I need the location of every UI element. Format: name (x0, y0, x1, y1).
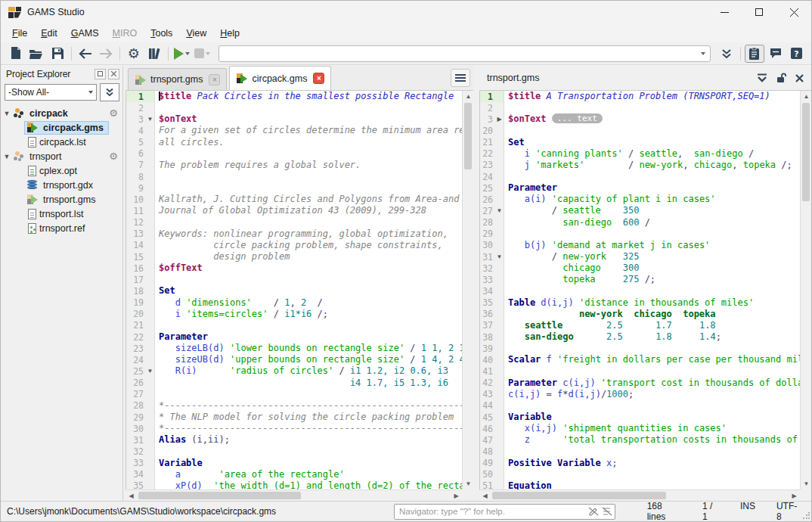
code-line[interactable] (508, 285, 800, 297)
horizontal-scrollbar[interactable]: ◀ ▶ (479, 489, 800, 501)
tab-list-menu-icon[interactable] (451, 69, 470, 87)
tree-item-circpack.lst[interactable]: circpack.lst (1, 135, 122, 149)
code-line[interactable]: a(i) 'capacity of plant i in cases' (508, 194, 800, 205)
vertical-scrollbar[interactable]: ▲ ▼ (462, 91, 473, 489)
scroll-down-arrow[interactable]: ▼ (801, 478, 812, 489)
scroll-down-arrow[interactable]: ▼ (463, 478, 474, 489)
tree-project-circpack[interactable]: ▼circpack⚙ (1, 106, 122, 120)
navigator-toggle-icon[interactable] (587, 505, 600, 517)
code-line[interactable]: topeka 275 /; (508, 274, 800, 285)
maximize-button[interactable] (742, 1, 776, 23)
code-line[interactable]: Parameter (159, 331, 462, 343)
code-line[interactable] (159, 446, 462, 457)
code-line[interactable] (159, 217, 462, 228)
code-line[interactable]: san-diego 2.5 1.8 1.4; (508, 331, 800, 343)
menu-tools[interactable]: Tools (144, 26, 179, 41)
code-line[interactable]: *---------------------------------------… (159, 423, 462, 434)
new-file-button[interactable] (6, 45, 26, 63)
code-line[interactable] (508, 125, 800, 136)
code-line[interactable]: Variable (508, 412, 800, 423)
code-line[interactable]: design problem (159, 251, 462, 263)
code-line[interactable]: $onText (159, 113, 462, 125)
code-line[interactable] (508, 446, 800, 457)
fold-marker-icon[interactable]: ▼ (146, 116, 154, 123)
fold-marker-icon[interactable]: ▼ (495, 207, 504, 214)
collapse-all-button[interactable] (100, 83, 119, 101)
code-line[interactable]: $onText ... text (508, 113, 800, 125)
close-view-icon[interactable] (795, 74, 804, 82)
expand-arrow-icon[interactable]: ▼ (1, 110, 13, 117)
save-button[interactable] (48, 45, 67, 63)
fold-marker-icon[interactable]: ▼ (146, 368, 154, 374)
scrollbar-thumb[interactable] (464, 103, 472, 169)
code-line[interactable]: / seattle 350 (508, 205, 800, 216)
menu-file[interactable]: File (5, 26, 34, 41)
code-line[interactable]: For a given set of circles determine the… (159, 125, 462, 136)
code-line[interactable] (508, 343, 800, 354)
expand-arrow-icon[interactable]: ▼ (1, 153, 13, 160)
run-button[interactable] (172, 48, 192, 60)
scrollbar-thumb[interactable] (802, 103, 810, 201)
code-line[interactable] (159, 274, 462, 285)
code-line[interactable]: $title A Transportation Problem (TRNSPOR… (508, 91, 800, 102)
vertical-scrollbar[interactable]: ▲ ▼ (800, 91, 811, 489)
code-line[interactable]: Kallrath, J. Cutting Circles and Polygon… (159, 194, 462, 205)
code-line[interactable]: chicago 300 (508, 263, 800, 274)
code-line[interactable]: b(j) 'demand at market j in cases' (508, 240, 800, 251)
scroll-right-arrow[interactable]: ▶ (451, 490, 462, 502)
code-line[interactable]: * The NLP model for solving the circle p… (159, 412, 462, 423)
back-button[interactable] (76, 45, 95, 63)
scrollbar-thumb[interactable] (138, 492, 301, 499)
code-area[interactable]: $title Pack Circles in the smallest poss… (155, 91, 462, 489)
tree-item-cplex.opt[interactable]: cplex.opt (1, 163, 122, 178)
open-file-button[interactable] (27, 45, 47, 63)
scroll-left-arrow[interactable]: ◀ (479, 490, 491, 502)
code-line[interactable] (508, 469, 800, 480)
code-line[interactable] (508, 171, 800, 182)
fold-marker-icon[interactable]: ▶ (495, 116, 504, 123)
collapsed-text-badge[interactable]: ... text (552, 113, 603, 123)
code-line[interactable] (508, 400, 800, 412)
show-log-button[interactable] (745, 45, 764, 63)
code-line[interactable] (508, 228, 800, 240)
code-line[interactable]: i4 1.7, i5 1.3, i6 (159, 378, 462, 389)
menu-gams[interactable]: GAMS (64, 26, 106, 41)
code-line[interactable]: xP(d) 'the width (d=1) and length (d=2) … (159, 480, 462, 489)
code-line[interactable]: z 'total transportation costs in thousan… (508, 434, 800, 446)
code-line[interactable]: Set (159, 285, 462, 297)
code-line[interactable]: Set (508, 137, 800, 148)
code-line[interactable]: x(i,j) 'shipment quantities in cases' (508, 423, 800, 434)
tree-item-circpack.gms[interactable]: circpack.gms (1, 120, 122, 135)
code-line[interactable]: j 'markets' / new-york, chicago, topeka … (508, 160, 800, 171)
close-panel-icon[interactable] (108, 69, 119, 79)
help-button[interactable]: ? (786, 45, 806, 63)
code-line[interactable]: Alias (i,ii); (159, 434, 462, 446)
code-line[interactable]: Variable (159, 458, 462, 469)
code-line[interactable]: Parameter (508, 182, 800, 194)
code-line[interactable] (159, 389, 462, 400)
code-line[interactable] (508, 365, 800, 377)
code-line[interactable] (508, 102, 800, 113)
code-line[interactable]: i 'canning plants' / seattle, san-diego … (508, 148, 800, 160)
code-line[interactable]: Scalar f 'freight in dollars per case pe… (508, 354, 800, 365)
code-line[interactable]: seattle 2.5 1.7 1.8 (508, 320, 800, 331)
code-line[interactable]: new-york chicago topeka (508, 309, 800, 320)
settings-gear-icon[interactable]: ⚙ (124, 45, 144, 63)
code-line[interactable]: R(i) 'radius of circles' / i1 1.2, i2 0.… (159, 365, 462, 377)
horizontal-scrollbar[interactable]: ◀ ▶ (126, 489, 462, 501)
code-line[interactable]: Parameter c(i,j) 'transport cost in thou… (508, 378, 800, 389)
forward-button[interactable] (96, 45, 116, 63)
tab-circpack.gms[interactable]: circpack.gms× (229, 66, 331, 90)
code-line[interactable]: d 'dimensions' / 1, 2 / (159, 297, 462, 309)
scrollbar-thumb[interactable] (492, 492, 666, 499)
code-line[interactable]: / new-york 325 (508, 251, 800, 263)
code-line[interactable]: $offText (159, 263, 462, 274)
split-orientation-icon[interactable] (757, 73, 767, 82)
code-line[interactable]: *---------------------------------------… (159, 400, 462, 412)
expand-toolbar-chevrons-icon[interactable] (717, 45, 737, 63)
code-line[interactable]: a 'area of the rectangle' (159, 469, 462, 480)
project-filter-combobox[interactable]: -Show All- (5, 84, 97, 101)
code-line[interactable]: Positive Variable x; (508, 458, 800, 469)
scroll-right-arrow[interactable]: ▶ (789, 490, 800, 502)
code-line[interactable]: sizeUB(d) 'upper bounds on rectangle siz… (159, 354, 462, 365)
